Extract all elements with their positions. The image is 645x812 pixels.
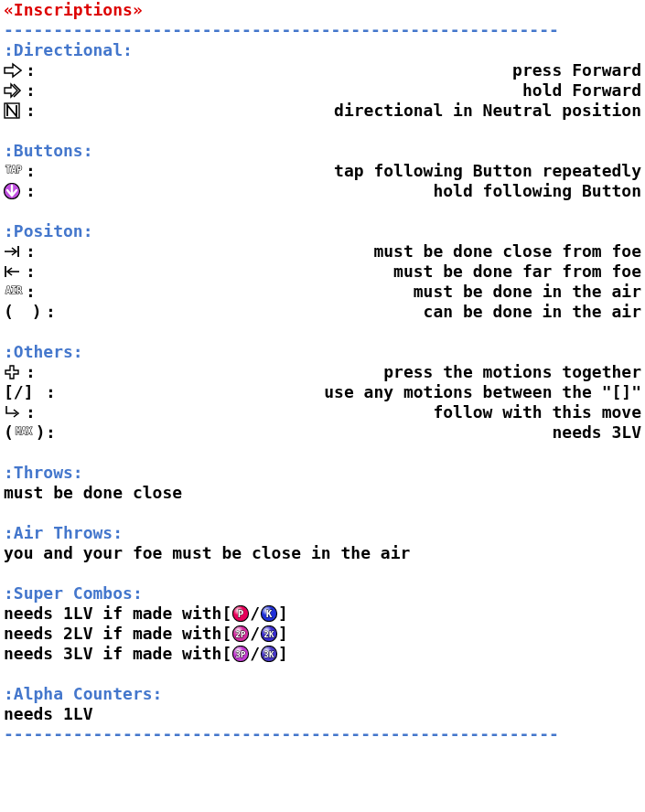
combo-sep: / [250, 604, 260, 624]
combo-sep: / [250, 624, 260, 644]
combo-pre: needs 2LV if made with[ [4, 624, 231, 644]
follow-arrow-icon [4, 404, 26, 421]
air-label-icon [4, 283, 26, 300]
arrow-right-outline-icon [4, 62, 26, 79]
legend-row: :follow with this move [4, 402, 645, 422]
combo-post: ] [278, 624, 288, 644]
far-range-icon [4, 263, 26, 280]
colon-separator: : [46, 302, 57, 322]
section-alphacounters-note: needs 1LV [4, 704, 645, 724]
colon-separator: : [26, 241, 37, 262]
combo-post: ] [278, 644, 288, 664]
colon-separator: : [26, 262, 37, 282]
super-combo-line: needs 1LV if made with[P/K] [4, 604, 645, 624]
legend-description: tap following Button repeatedly [37, 161, 645, 181]
close-range-icon [4, 243, 26, 260]
colon-separator: : [26, 362, 37, 382]
neutral-n-icon [4, 102, 26, 119]
legend-description: needs 3LV [57, 422, 645, 443]
max-label-icon: () [4, 422, 46, 443]
colon-separator: : [26, 101, 37, 121]
colon-separator: : [26, 282, 37, 302]
legend-description: hold following Button [37, 181, 645, 201]
arrow-right-double-icon [4, 82, 26, 99]
text-icon: [/] [4, 382, 46, 402]
section-throws-note: must be done close [4, 483, 645, 503]
colon-separator: : [46, 382, 57, 402]
button-ball-3p-icon: 3P [231, 646, 250, 662]
combo-sep: / [250, 644, 260, 664]
section-position-header: :Positon: [4, 221, 645, 241]
section-supercombos-header: :Super Combos: [4, 583, 645, 604]
combo-post: ] [278, 604, 288, 624]
legend-description: must be done close from foe [37, 241, 645, 262]
section-others-header: :Others: [4, 342, 645, 362]
button-ball-p-icon: P [231, 605, 250, 622]
svg-text:2K: 2K [264, 630, 274, 639]
legend-row: ():needs 3LV [4, 422, 645, 443]
button-ball-k-icon: K [260, 605, 278, 622]
legend-row: ():can be done in the air [4, 302, 645, 322]
colon-separator: : [26, 60, 37, 80]
section-buttons-header: :Buttons: [4, 141, 645, 161]
super-combo-line: needs 3LV if made with[3P/3K] [4, 644, 645, 664]
legend-row: :hold following Button [4, 181, 645, 201]
section-airthrows-note: you and your foe must be close in the ai… [4, 543, 645, 563]
button-ball-3k-icon: 3K [260, 646, 278, 662]
section-alphacounters-header: :Alpha Counters: [4, 684, 645, 704]
legend-description: directional in Neutral position [37, 101, 645, 121]
super-combo-line: needs 2LV if made with[2P/2K] [4, 624, 645, 644]
combo-pre: needs 1LV if made with[ [4, 604, 231, 624]
air-optional-icon: () [4, 302, 46, 322]
svg-text:K: K [266, 608, 273, 620]
svg-text:3K: 3K [264, 650, 274, 659]
legend-row: :must be done in the air [4, 282, 645, 302]
section-airthrows-header: :Air Throws: [4, 523, 645, 543]
combo-pre: needs 3LV if made with[ [4, 644, 231, 664]
legend-row: :must be done far from foe [4, 262, 645, 282]
legend-row: :directional in Neutral position [4, 101, 645, 121]
colon-separator: : [26, 402, 37, 422]
hr-bottom: ----------------------------------------… [4, 724, 645, 744]
legend-row: :press Forward [4, 60, 645, 80]
title: «Inscriptions» [4, 0, 645, 20]
section-directional-header: :Directional: [4, 40, 645, 60]
legend-description: must be done far from foe [37, 262, 645, 282]
legend-row: :hold Forward [4, 80, 645, 101]
legend-row: :must be done close from foe [4, 241, 645, 262]
legend-description: use any motions between the "[]" [57, 382, 645, 402]
legend-row: :tap following Button repeatedly [4, 161, 645, 181]
legend-description: follow with this move [37, 402, 645, 422]
legend-description: press Forward [37, 60, 645, 80]
svg-text:P: P [238, 608, 244, 620]
button-ball-2p-icon: 2P [231, 625, 250, 642]
plus-outline-icon [4, 364, 26, 380]
colon-separator: : [26, 161, 37, 181]
legend-row: [/]:use any motions between the "[]" [4, 382, 645, 402]
colon-separator: : [46, 422, 57, 443]
legend-row: :press the motions together [4, 362, 645, 382]
svg-text:3P: 3P [236, 650, 246, 659]
colon-separator: : [26, 80, 37, 101]
tap-label-icon [4, 163, 26, 179]
hr-top: ----------------------------------------… [4, 20, 645, 40]
colon-separator: : [26, 181, 37, 201]
legend-description: hold Forward [37, 80, 645, 101]
button-ball-2k-icon: 2K [260, 625, 278, 642]
hold-arrow-down-purple-icon [4, 183, 26, 199]
svg-text:2P: 2P [236, 630, 246, 639]
section-throws-header: :Throws: [4, 463, 645, 483]
legend-description: must be done in the air [37, 282, 645, 302]
legend-description: press the motions together [37, 362, 645, 382]
legend-description: can be done in the air [57, 302, 645, 322]
